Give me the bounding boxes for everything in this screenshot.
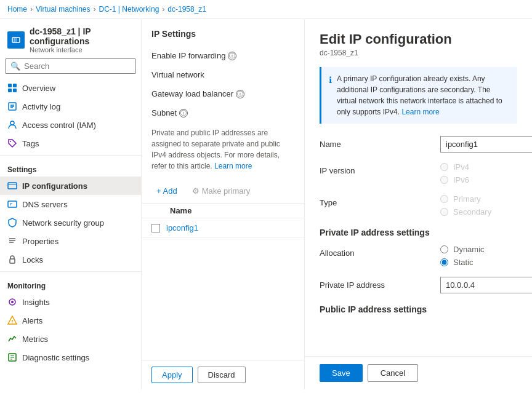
sidebar-item-activity-log[interactable]: Activity log [0,97,141,116]
allocation-label: Allocation [320,245,430,258]
cancel-button[interactable]: Cancel [368,364,418,382]
enable-ip-forwarding-info[interactable]: ⓘ [228,52,236,60]
gear-icon: ⚙ [192,186,200,196]
secondary-radio[interactable] [440,208,448,216]
subnet-info[interactable]: ⓘ [179,109,188,117]
svg-rect-6 [13,89,17,92]
banner-learn-more[interactable]: Learn more [401,108,439,116]
private-ip-label: Private IP address [320,277,430,290]
sidebar-item-alerts-label: Alerts [22,316,42,325]
static-option[interactable]: Static [440,258,517,267]
edit-panel-subtitle: dc-1958_z1 [320,49,517,57]
breadcrumb-networking[interactable]: DC-1 | Networking [99,5,159,14]
private-ip-value [440,277,532,293]
svg-rect-4 [13,84,17,87]
sidebar-item-access-control[interactable]: Access control (IAM) [0,116,141,134]
edit-ip-panel: Edit IP configuration dc-1958_z1 ℹ A pri… [305,19,532,389]
ipv6-radio[interactable] [440,176,448,184]
svg-rect-3 [8,84,12,87]
add-button[interactable]: + Add [151,184,182,198]
discard-button[interactable]: Discard [198,367,246,383]
name-input[interactable] [440,136,532,153]
static-radio[interactable] [440,258,448,266]
search-box[interactable]: 🔍 [5,58,136,74]
ipv4-radio[interactable] [440,163,448,171]
sidebar-item-tags[interactable]: Tags [0,134,141,153]
sidebar-item-nsg-label: Network security group [22,218,104,228]
breadcrumb-current[interactable]: dc-1958_z1 [167,5,206,14]
ip-version-options: IPv4 IPv6 [440,162,517,185]
sidebar-item-overview[interactable]: Overview [0,79,141,97]
action-bar: + Add ⚙ Make primary [142,179,304,204]
access-icon [7,120,17,130]
primary-radio[interactable] [440,195,448,203]
right-panel-header: Edit IP configuration dc-1958_z1 [305,19,532,60]
search-icon: 🔍 [10,62,20,71]
ipv6-option[interactable]: IPv6 [440,175,517,185]
sidebar-item-ip-configurations[interactable]: IP configurations [0,177,141,195]
allocation-options: Dynamic Static [440,245,517,267]
tags-icon [7,138,17,148]
info-banner-icon: ℹ [329,74,332,117]
make-primary-button[interactable]: ⚙ Make primary [187,184,256,198]
gateway-load-balancer-label: Gateway load balancer ⓘ [151,89,244,98]
sidebar-item-locks[interactable]: Locks [0,250,141,269]
bottom-bar: Apply Discard [142,360,304,389]
enable-ip-forwarding-label: Enable IP forwarding ⓘ [151,51,236,60]
search-input[interactable] [24,62,131,71]
sidebar-item-alerts[interactable]: Alerts [0,311,141,330]
private-ip-input[interactable] [440,277,532,293]
sidebar-item-overview-label: Overview [22,84,55,93]
table-row[interactable]: ipconfig1 [142,218,304,238]
overview-icon [7,83,17,93]
save-button[interactable]: Save [320,364,363,382]
panel-title: IP Settings [142,19,304,46]
edit-panel-title: Edit IP configuration [320,31,517,47]
sidebar-item-metrics-label: Metrics [22,335,48,344]
apply-button[interactable]: Apply [151,367,193,383]
primary-option[interactable]: Primary [440,194,517,204]
breadcrumb-home[interactable]: Home [7,5,27,14]
gateway-lb-info[interactable]: ⓘ [236,90,244,98]
sidebar-title: dc-1958_z1 | IP configurations [30,26,134,46]
sidebar-item-insights-label: Insights [22,298,50,307]
sidebar-item-metrics[interactable]: Metrics [0,330,141,348]
name-value [440,136,532,153]
learn-more-link[interactable]: Learn more [214,162,252,170]
secondary-label: Secondary [453,207,491,216]
ipv4-label: IPv4 [453,162,469,172]
private-ip-field-row: Private IP address [305,272,532,298]
sidebar: dc-1958_z1 | IP configurations Network i… [0,19,142,389]
ipv6-label: IPv6 [453,175,469,185]
svg-rect-15 [8,201,17,207]
row-checkbox[interactable] [151,224,160,232]
sidebar-header: dc-1958_z1 | IP configurations Network i… [0,19,141,58]
svg-point-25 [12,322,12,323]
ip-icon [7,181,17,191]
table-header: Name [142,204,304,218]
metrics-icon [7,334,17,344]
sidebar-item-locks-label: Locks [22,255,43,264]
description-block: Private and public IP addresses are assi… [142,122,304,179]
sidebar-item-dns-label: DNS servers [22,200,68,209]
sidebar-item-dns-servers[interactable]: DNS servers [0,195,141,213]
virtual-network-row: Virtual network [142,65,304,84]
dns-icon [7,199,17,209]
type-radio-group: Primary Secondary [440,194,517,216]
dynamic-option[interactable]: Dynamic [440,245,517,254]
svg-rect-5 [8,89,12,92]
secondary-option[interactable]: Secondary [440,207,517,216]
diag-icon [7,352,17,362]
ip-version-radio-group: IPv4 IPv6 [440,162,517,185]
breadcrumb-vms[interactable]: Virtual machines [36,5,91,14]
sidebar-item-nsg[interactable]: Network security group [0,213,141,232]
sidebar-item-insights[interactable]: Insights [0,293,141,311]
row-link-ipconfig1[interactable]: ipconfig1 [166,223,198,232]
sidebar-item-diagnostic[interactable]: Diagnostic settings [0,348,141,367]
svg-point-11 [10,121,14,125]
network-interface-icon [7,31,25,49]
ipv4-option[interactable]: IPv4 [440,162,517,172]
dynamic-radio[interactable] [440,245,448,253]
name-label: Name [320,136,430,149]
sidebar-item-properties[interactable]: Properties [0,232,141,250]
